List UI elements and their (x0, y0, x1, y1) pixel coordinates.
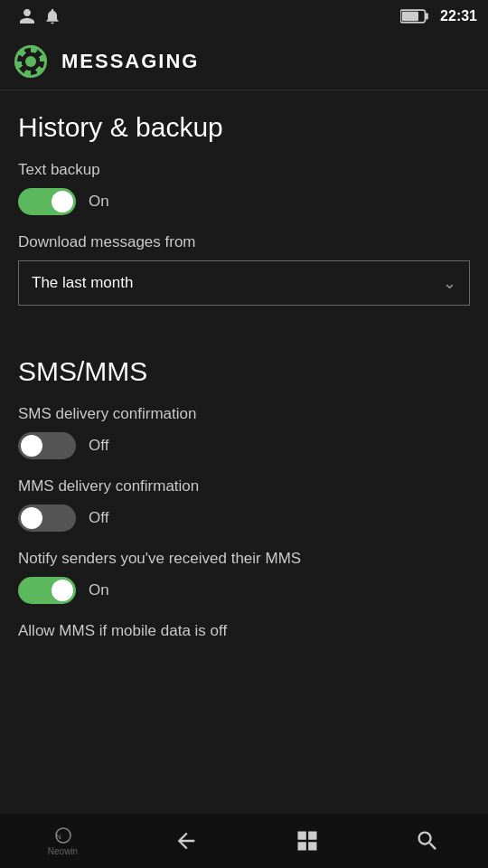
allow-mms-label: Allow MMS if mobile data is off (18, 622, 470, 640)
sms-mms-section: SMS/MMS SMS delivery confirmation Off MM… (18, 356, 470, 640)
neowin-logo-icon: N (54, 826, 72, 844)
status-bar: 22:31 (0, 0, 488, 33)
svg-rect-1 (402, 12, 418, 21)
gear-icon (14, 45, 47, 78)
mms-delivery-label: MMS delivery confirmation (18, 477, 470, 495)
text-backup-label: Text backup (18, 161, 470, 179)
sms-delivery-toggle-thumb (21, 435, 42, 457)
status-time: 22:31 (440, 8, 477, 24)
dropdown-selected-value: The last month (32, 274, 133, 292)
notify-senders-toggle[interactable] (18, 577, 76, 604)
text-backup-toggle[interactable] (18, 188, 76, 215)
sms-mms-title: SMS/MMS (18, 356, 470, 387)
notify-senders-state: On (89, 581, 109, 599)
notify-senders-row: On (18, 577, 470, 604)
back-button[interactable] (174, 828, 199, 854)
home-button[interactable] (295, 828, 320, 854)
app-header: MESSAGING (0, 33, 488, 90)
history-section: History & backup Text backup On Download… (18, 112, 470, 306)
history-title: History & backup (18, 112, 470, 143)
mms-delivery-toggle-thumb (21, 507, 42, 529)
section-divider (18, 320, 470, 356)
search-icon (415, 828, 440, 854)
notify-senders-toggle-thumb (52, 580, 73, 601)
download-messages-section: Download messages from The last month ⌄ (18, 233, 470, 306)
back-icon (174, 828, 199, 854)
sms-delivery-row: Off (18, 432, 470, 459)
mms-delivery-state: Off (89, 509, 108, 527)
mms-delivery-toggle[interactable] (18, 505, 76, 532)
mms-delivery-row: Off (18, 505, 470, 532)
sms-delivery-state: Off (89, 437, 108, 455)
download-messages-dropdown[interactable]: The last month ⌄ (18, 260, 470, 306)
download-messages-label: Download messages from (18, 233, 470, 251)
brand-label: Neowin (48, 846, 78, 856)
person-icon (18, 7, 36, 25)
status-icons (18, 7, 61, 25)
svg-rect-2 (426, 14, 428, 20)
svg-text:N: N (56, 833, 61, 841)
sms-delivery-label: SMS delivery confirmation (18, 405, 470, 423)
bottom-nav: N Neowin (0, 814, 488, 868)
text-backup-row: On (18, 188, 470, 215)
battery-icon (400, 8, 429, 24)
windows-icon (295, 828, 320, 854)
bell-icon (43, 7, 61, 25)
search-button[interactable] (415, 828, 440, 854)
text-backup-state: On (89, 193, 109, 211)
nav-brand: N Neowin (48, 826, 78, 856)
app-title: MESSAGING (61, 50, 199, 73)
notify-senders-label: Notify senders you've received their MMS (18, 550, 470, 568)
chevron-down-icon: ⌄ (443, 273, 456, 293)
sms-delivery-toggle[interactable] (18, 432, 76, 459)
text-backup-toggle-thumb (52, 191, 73, 212)
main-content: History & backup Text backup On Download… (0, 90, 488, 814)
